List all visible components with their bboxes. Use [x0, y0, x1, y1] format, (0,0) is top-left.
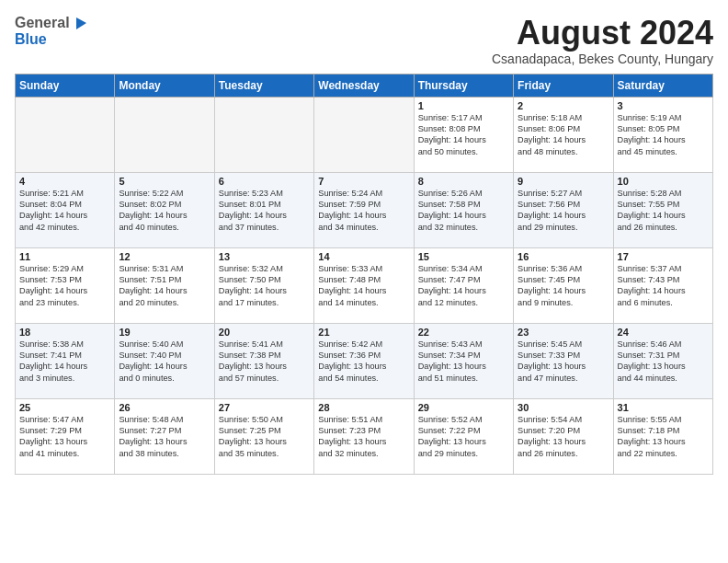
day-info: Sunrise: 5:34 AM Sunset: 7:47 PM Dayligh…	[418, 263, 509, 309]
calendar-week-row: 25Sunrise: 5:47 AM Sunset: 7:29 PM Dayli…	[16, 398, 713, 474]
table-row: 16Sunrise: 5:36 AM Sunset: 7:45 PM Dayli…	[514, 247, 613, 323]
day-number: 22	[418, 327, 509, 338]
day-info: Sunrise: 5:32 AM Sunset: 7:50 PM Dayligh…	[219, 263, 310, 309]
table-row: 7Sunrise: 5:24 AM Sunset: 7:59 PM Daylig…	[314, 172, 414, 247]
col-friday: Friday	[514, 74, 613, 97]
day-info: Sunrise: 5:23 AM Sunset: 8:01 PM Dayligh…	[219, 188, 310, 234]
day-info: Sunrise: 5:51 AM Sunset: 7:23 PM Dayligh…	[318, 414, 409, 460]
title-block: August 2024 Csanadapaca, Bekes County, H…	[492, 15, 713, 66]
day-number: 16	[518, 251, 609, 262]
table-row: 27Sunrise: 5:50 AM Sunset: 7:25 PM Dayli…	[214, 398, 313, 474]
day-info: Sunrise: 5:42 AM Sunset: 7:36 PM Dayligh…	[318, 339, 409, 385]
day-info: Sunrise: 5:54 AM Sunset: 7:20 PM Dayligh…	[518, 414, 609, 460]
col-wednesday: Wednesday	[314, 74, 414, 97]
table-row: 20Sunrise: 5:41 AM Sunset: 7:38 PM Dayli…	[214, 323, 313, 398]
col-saturday: Saturday	[613, 74, 712, 97]
table-row: 6Sunrise: 5:23 AM Sunset: 8:01 PM Daylig…	[214, 172, 313, 247]
day-number: 1	[418, 100, 509, 111]
day-number: 19	[119, 327, 210, 338]
table-row: 10Sunrise: 5:28 AM Sunset: 7:55 PM Dayli…	[613, 172, 712, 247]
svg-marker-0	[76, 17, 86, 29]
day-info: Sunrise: 5:38 AM Sunset: 7:41 PM Dayligh…	[19, 339, 110, 385]
day-info: Sunrise: 5:29 AM Sunset: 7:53 PM Dayligh…	[19, 263, 110, 309]
day-number: 27	[219, 402, 310, 413]
calendar: Sunday Monday Tuesday Wednesday Thursday…	[15, 74, 713, 475]
table-row: 12Sunrise: 5:31 AM Sunset: 7:51 PM Dayli…	[115, 247, 214, 323]
table-row: 17Sunrise: 5:37 AM Sunset: 7:43 PM Dayli…	[613, 247, 712, 323]
table-row	[115, 97, 214, 172]
day-info: Sunrise: 5:40 AM Sunset: 7:40 PM Dayligh…	[119, 339, 210, 385]
day-info: Sunrise: 5:21 AM Sunset: 8:04 PM Dayligh…	[19, 188, 110, 234]
calendar-week-row: 1Sunrise: 5:17 AM Sunset: 8:08 PM Daylig…	[16, 97, 713, 172]
day-info: Sunrise: 5:22 AM Sunset: 8:02 PM Dayligh…	[119, 188, 210, 234]
day-number: 30	[518, 402, 609, 413]
day-info: Sunrise: 5:45 AM Sunset: 7:33 PM Dayligh…	[518, 339, 609, 385]
day-info: Sunrise: 5:26 AM Sunset: 7:58 PM Dayligh…	[418, 188, 509, 234]
logo-triangle-icon	[72, 15, 88, 31]
table-row: 5Sunrise: 5:22 AM Sunset: 8:02 PM Daylig…	[115, 172, 214, 247]
day-info: Sunrise: 5:50 AM Sunset: 7:25 PM Dayligh…	[219, 414, 310, 460]
day-info: Sunrise: 5:55 AM Sunset: 7:18 PM Dayligh…	[618, 414, 709, 460]
table-row: 2Sunrise: 5:18 AM Sunset: 8:06 PM Daylig…	[514, 97, 613, 172]
table-row: 30Sunrise: 5:54 AM Sunset: 7:20 PM Dayli…	[514, 398, 613, 474]
logo: General Blue	[15, 15, 88, 48]
month-year: August 2024	[492, 15, 713, 52]
day-info: Sunrise: 5:19 AM Sunset: 8:05 PM Dayligh…	[618, 112, 709, 158]
day-number: 31	[618, 402, 709, 413]
day-info: Sunrise: 5:43 AM Sunset: 7:34 PM Dayligh…	[418, 339, 509, 385]
table-row: 23Sunrise: 5:45 AM Sunset: 7:33 PM Dayli…	[514, 323, 613, 398]
table-row	[16, 97, 115, 172]
col-thursday: Thursday	[414, 74, 513, 97]
table-row	[214, 97, 313, 172]
day-number: 13	[219, 251, 310, 262]
table-row: 22Sunrise: 5:43 AM Sunset: 7:34 PM Dayli…	[414, 323, 513, 398]
table-row: 8Sunrise: 5:26 AM Sunset: 7:58 PM Daylig…	[414, 172, 513, 247]
table-row: 3Sunrise: 5:19 AM Sunset: 8:05 PM Daylig…	[613, 97, 712, 172]
table-row: 29Sunrise: 5:52 AM Sunset: 7:22 PM Dayli…	[414, 398, 513, 474]
table-row: 15Sunrise: 5:34 AM Sunset: 7:47 PM Dayli…	[414, 247, 513, 323]
table-row: 4Sunrise: 5:21 AM Sunset: 8:04 PM Daylig…	[16, 172, 115, 247]
day-number: 5	[119, 176, 210, 187]
day-number: 8	[418, 176, 509, 187]
table-row: 18Sunrise: 5:38 AM Sunset: 7:41 PM Dayli…	[16, 323, 115, 398]
page: General Blue August 2024 Csanadapaca, Be…	[0, 0, 728, 563]
day-number: 26	[119, 402, 210, 413]
day-info: Sunrise: 5:37 AM Sunset: 7:43 PM Dayligh…	[618, 263, 709, 309]
day-number: 14	[318, 251, 409, 262]
table-row: 26Sunrise: 5:48 AM Sunset: 7:27 PM Dayli…	[115, 398, 214, 474]
day-info: Sunrise: 5:52 AM Sunset: 7:22 PM Dayligh…	[418, 414, 509, 460]
day-info: Sunrise: 5:28 AM Sunset: 7:55 PM Dayligh…	[618, 188, 709, 234]
day-number: 9	[518, 176, 609, 187]
calendar-week-row: 4Sunrise: 5:21 AM Sunset: 8:04 PM Daylig…	[16, 172, 713, 247]
day-number: 20	[219, 327, 310, 338]
day-number: 12	[119, 251, 210, 262]
day-number: 18	[19, 327, 110, 338]
day-info: Sunrise: 5:31 AM Sunset: 7:51 PM Dayligh…	[119, 263, 210, 309]
day-number: 23	[518, 327, 609, 338]
table-row: 28Sunrise: 5:51 AM Sunset: 7:23 PM Dayli…	[314, 398, 414, 474]
table-row: 31Sunrise: 5:55 AM Sunset: 7:18 PM Dayli…	[613, 398, 712, 474]
logo-blue-text: Blue	[15, 31, 47, 47]
day-number: 15	[418, 251, 509, 262]
day-number: 24	[618, 327, 709, 338]
day-info: Sunrise: 5:24 AM Sunset: 7:59 PM Dayligh…	[318, 188, 409, 234]
table-row: 1Sunrise: 5:17 AM Sunset: 8:08 PM Daylig…	[414, 97, 513, 172]
table-row	[314, 97, 414, 172]
header: General Blue August 2024 Csanadapaca, Be…	[15, 15, 713, 66]
table-row: 13Sunrise: 5:32 AM Sunset: 7:50 PM Dayli…	[214, 247, 313, 323]
logo-general-text: General	[15, 15, 70, 31]
day-number: 6	[219, 176, 310, 187]
day-info: Sunrise: 5:18 AM Sunset: 8:06 PM Dayligh…	[518, 112, 609, 158]
day-number: 25	[19, 402, 110, 413]
day-number: 3	[618, 100, 709, 111]
table-row: 14Sunrise: 5:33 AM Sunset: 7:48 PM Dayli…	[314, 247, 414, 323]
day-info: Sunrise: 5:33 AM Sunset: 7:48 PM Dayligh…	[318, 263, 409, 309]
day-info: Sunrise: 5:48 AM Sunset: 7:27 PM Dayligh…	[119, 414, 210, 460]
day-info: Sunrise: 5:46 AM Sunset: 7:31 PM Dayligh…	[618, 339, 709, 385]
location: Csanadapaca, Bekes County, Hungary	[492, 52, 713, 66]
day-info: Sunrise: 5:36 AM Sunset: 7:45 PM Dayligh…	[518, 263, 609, 309]
col-tuesday: Tuesday	[214, 74, 313, 97]
table-row: 25Sunrise: 5:47 AM Sunset: 7:29 PM Dayli…	[16, 398, 115, 474]
day-number: 29	[418, 402, 509, 413]
day-number: 21	[318, 327, 409, 338]
